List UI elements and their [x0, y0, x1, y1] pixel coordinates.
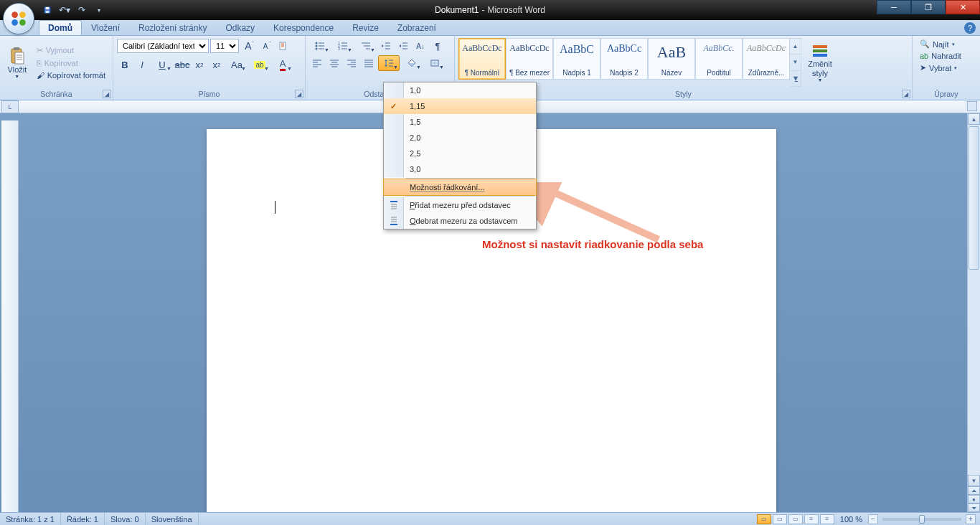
tab-mailings[interactable]: Korespondence: [264, 20, 343, 35]
scroll-up[interactable]: ▲: [968, 113, 980, 125]
tab-review[interactable]: Revize: [343, 20, 388, 35]
borders-button[interactable]: ▼: [424, 55, 446, 71]
zoom-thumb[interactable]: [919, 515, 925, 524]
gallery-up[interactable]: ▲: [790, 39, 801, 55]
clear-formatting-button[interactable]: [275, 38, 291, 54]
change-case-button[interactable]: Aa▼: [226, 57, 248, 72]
strikethrough-button[interactable]: abc: [174, 57, 190, 72]
redo-icon[interactable]: ↷: [75, 3, 89, 17]
select-button[interactable]: ➤Vybrat▾: [916, 62, 965, 74]
view-outline[interactable]: ≡: [804, 514, 819, 524]
status-words[interactable]: Slova: 0: [105, 513, 146, 525]
grow-font-button[interactable]: Aˆ: [240, 38, 256, 54]
gallery-expand[interactable]: ▼̲: [790, 71, 801, 86]
shading-button[interactable]: ▼: [401, 55, 423, 71]
ruler-toggle[interactable]: [967, 101, 977, 111]
zoom-slider[interactable]: [882, 518, 961, 521]
ls-option-1-5[interactable]: 1,5: [384, 114, 536, 130]
status-language[interactable]: Slovenština: [146, 513, 199, 525]
numbering-button[interactable]: 123▼: [332, 38, 354, 54]
increase-indent-button[interactable]: [395, 38, 411, 54]
bold-button[interactable]: B: [117, 57, 133, 72]
svg-rect-58: [813, 45, 827, 48]
ls-option-3-0[interactable]: 3,0: [384, 161, 536, 177]
ls-remove-space-after[interactable]: Odebrat mezeru za odstavcem: [384, 213, 536, 229]
gallery-down[interactable]: ▼: [790, 55, 801, 70]
style-emphasis[interactable]: AaBbCcDcZdůrazně...: [743, 38, 790, 80]
save-icon[interactable]: [40, 3, 55, 17]
line-spacing-button[interactable]: ▼: [378, 55, 400, 71]
multilevel-button[interactable]: ▼: [355, 38, 377, 54]
tab-view[interactable]: Zobrazení: [388, 20, 446, 35]
close-button[interactable]: ✕: [946, 0, 980, 14]
style-title[interactable]: AaBNázev: [648, 38, 695, 80]
restore-button[interactable]: ❐: [911, 0, 946, 14]
qat-customize-icon[interactable]: ▾: [92, 3, 106, 17]
style-heading2[interactable]: AaBbCcNadpis 2: [600, 38, 648, 80]
align-right-button[interactable]: [344, 55, 359, 71]
align-left-button[interactable]: [309, 55, 325, 71]
tab-page-layout[interactable]: Rozložení stránky: [129, 20, 216, 35]
underline-button[interactable]: U▼: [151, 57, 173, 72]
undo-icon[interactable]: ↶▾: [57, 3, 72, 17]
ls-option-2-5[interactable]: 2,5: [384, 146, 536, 161]
scroll-thumb[interactable]: [969, 126, 979, 270]
copy-button[interactable]: ⎘Kopírovat: [33, 57, 109, 69]
styles-launcher[interactable]: ◢: [902, 90, 910, 98]
view-web[interactable]: ▭: [788, 514, 803, 524]
style-normal[interactable]: AaBbCcDc¶ Normální: [458, 38, 506, 80]
tab-references[interactable]: Odkazy: [216, 20, 264, 35]
format-painter-button[interactable]: 🖌Kopírovat formát: [33, 70, 109, 81]
help-icon[interactable]: ?: [964, 22, 976, 34]
view-draft[interactable]: ≡: [820, 514, 834, 524]
style-subtitle[interactable]: AaBbCc.Podtitul: [695, 38, 743, 80]
cut-button[interactable]: ✂Vyjmout: [33, 44, 109, 57]
font-launcher[interactable]: ◢: [295, 90, 303, 98]
change-styles-button[interactable]: Změnit styly▼: [804, 38, 837, 87]
tab-selector[interactable]: L: [1, 100, 19, 113]
clipboard-launcher[interactable]: ◢: [103, 90, 111, 98]
vertical-scrollbar[interactable]: ▲ ▼ ⏶ ● ⏷: [967, 113, 980, 512]
minimize-button[interactable]: ─: [877, 0, 911, 14]
status-page[interactable]: Stránka: 1 z 1: [0, 513, 61, 525]
ls-option-2-0[interactable]: 2,0: [384, 130, 536, 146]
prev-page-icon[interactable]: ⏶: [968, 486, 980, 495]
ls-add-space-before[interactable]: PPřidat mezeru před odstavecřidat mezeru…: [384, 197, 536, 213]
style-heading1[interactable]: AaBbCNadpis 1: [553, 38, 600, 80]
paste-button[interactable]: Vložit ▼: [4, 38, 31, 87]
font-name-combo[interactable]: Calibri (Základní text): [117, 39, 209, 53]
font-color-button[interactable]: A▼: [272, 57, 293, 72]
sort-button[interactable]: A↓: [413, 38, 428, 54]
find-button[interactable]: 🔍Najít▾: [916, 38, 965, 50]
subscript-button[interactable]: x2: [192, 57, 207, 72]
bullets-button[interactable]: ▼: [309, 38, 331, 54]
superscript-button[interactable]: x2: [209, 57, 225, 72]
view-print-layout[interactable]: ▭: [757, 514, 771, 524]
ls-option-1-0[interactable]: 1,0: [384, 82, 536, 98]
style-no-spacing[interactable]: AaBbCcDc¶ Bez mezer: [506, 38, 553, 80]
font-size-combo[interactable]: 11: [210, 39, 239, 53]
zoom-level[interactable]: 100 %: [836, 515, 867, 524]
vertical-ruler[interactable]: [1, 120, 19, 512]
tab-insert[interactable]: Vložení: [82, 20, 129, 35]
shrink-font-button[interactable]: Aˇ: [258, 38, 273, 54]
justify-button[interactable]: [361, 55, 377, 71]
italic-button[interactable]: I: [134, 57, 150, 72]
replace-button[interactable]: abNahradit: [916, 50, 965, 62]
office-button[interactable]: [3, 3, 34, 34]
zoom-in-button[interactable]: +: [966, 514, 976, 524]
view-full-screen[interactable]: ▭: [773, 514, 787, 524]
tab-home[interactable]: Domů: [39, 20, 82, 35]
highlight-button[interactable]: ab▼: [249, 57, 270, 72]
show-marks-button[interactable]: ¶: [430, 38, 446, 54]
ls-more-options[interactable]: Možnosti řádkování...: [384, 179, 536, 195]
scroll-down[interactable]: ▼: [968, 475, 980, 486]
status-line[interactable]: Řádek: 1: [61, 513, 105, 525]
svg-text:3: 3: [338, 47, 340, 50]
ls-option-1-15[interactable]: ✓1,15: [384, 98, 536, 114]
next-page-icon[interactable]: ⏷: [968, 503, 980, 512]
decrease-indent-button[interactable]: [378, 38, 394, 54]
zoom-out-button[interactable]: −: [868, 514, 878, 524]
align-center-button[interactable]: [326, 55, 342, 71]
browse-object-icon[interactable]: ●: [968, 495, 980, 503]
